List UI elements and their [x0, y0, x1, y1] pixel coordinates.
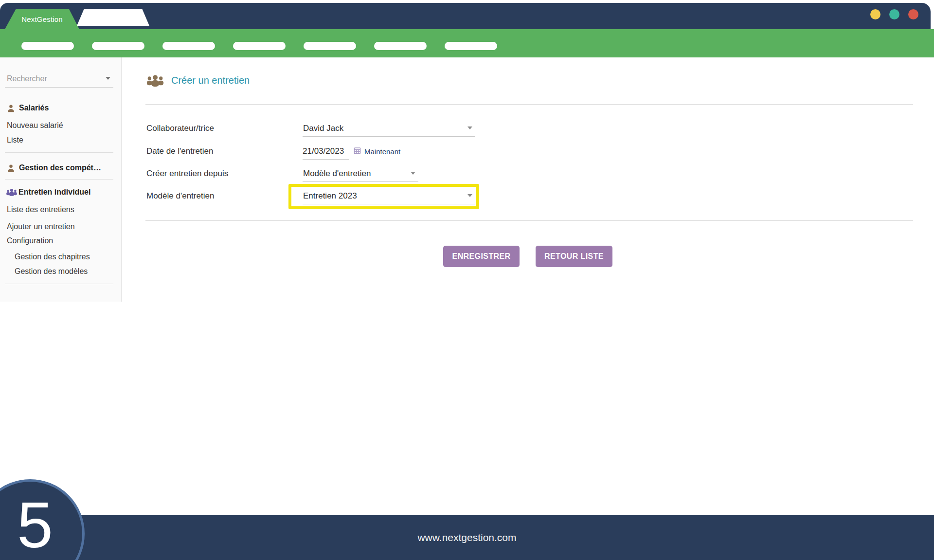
page-title: Créer un entretien — [146, 74, 250, 87]
chevron-down-icon — [411, 172, 415, 175]
window-dot-yellow[interactable] — [870, 9, 880, 19]
search-underline — [5, 87, 113, 88]
sidebar-item-nouveau-salarie[interactable]: Nouveau salarié — [7, 121, 114, 130]
person-icon — [7, 104, 15, 112]
nav-pill[interactable] — [21, 42, 74, 50]
sidebar: Rechercher Salariés Nouveau salarié List… — [0, 57, 122, 302]
sidebar-section-label: Salariés — [19, 104, 49, 112]
nav-pill[interactable] — [445, 42, 497, 50]
sidebar-item-ajouter-un-entretien[interactable]: Ajouter un entretien — [7, 222, 114, 232]
nav-pill[interactable] — [233, 42, 286, 50]
main-content: Créer un entretien Collaborateur/trice D… — [122, 57, 934, 515]
sidebar-section-label: Entretien individuel — [18, 188, 90, 197]
sidebar-item-liste-des-entretiens[interactable]: Liste des entretiens — [7, 205, 114, 215]
footer-url: www.nextgestion.com — [417, 532, 516, 543]
search-input[interactable]: Rechercher — [7, 74, 114, 84]
date-extra: Maintenant — [354, 147, 400, 156]
people-group-icon — [6, 188, 18, 196]
sidebar-item-gestion-des-modeles[interactable]: Gestion des modèles — [7, 267, 114, 276]
sidebar-item-gestion-des-chapitres[interactable]: Gestion des chapitres — [7, 252, 114, 262]
back-to-list-button[interactable]: RETOUR LISTE — [536, 246, 612, 267]
form-row-date: Date de l'entretien 21/03/2023 Maintenan… — [146, 146, 400, 160]
chevron-down-icon — [467, 194, 472, 197]
brand-label: NextGestion — [21, 15, 63, 23]
divider — [145, 220, 913, 221]
collaborator-label: Collaborateur/trice — [146, 123, 303, 133]
nav-pill-row — [21, 42, 497, 50]
nav-pill[interactable] — [92, 42, 144, 50]
chevron-down-icon[interactable] — [106, 77, 110, 80]
sidebar-section-competences: Gestion des compét… — [7, 163, 114, 172]
window-dot-red[interactable] — [908, 9, 918, 19]
create-from-select[interactable]: Modèle d'entretien — [303, 168, 418, 182]
date-label: Date de l'entretien — [146, 146, 303, 156]
form-row-collaborator: Collaborateur/trice David Jack — [146, 123, 475, 137]
form-row-create-from: Créer entretien depuis Modèle d'entretie… — [146, 168, 418, 182]
footer: www.nextgestion.com — [0, 515, 934, 560]
main-navbar — [0, 29, 934, 57]
template-label: Modèle d'entretien — [146, 191, 303, 201]
calendar-icon[interactable] — [354, 147, 361, 156]
window-dot-teal[interactable] — [889, 9, 899, 19]
sidebar-item-liste[interactable]: Liste — [7, 135, 114, 145]
nav-pill[interactable] — [374, 42, 427, 50]
step-number: 5 — [17, 493, 53, 558]
collaborator-select[interactable]: David Jack — [303, 123, 475, 137]
form-actions: ENREGISTRER RETOUR LISTE — [122, 246, 934, 267]
divider — [145, 104, 913, 105]
window-titlebar: NextGestion — [0, 3, 931, 29]
sidebar-section-entretien-individuel: Entretien individuel — [6, 188, 114, 197]
people-group-icon — [146, 74, 164, 87]
now-link[interactable]: Maintenant — [364, 147, 400, 156]
sidebar-section-label: Gestion des compét… — [19, 163, 101, 172]
page-title-text: Créer un entretien — [171, 75, 250, 86]
sidebar-divider — [5, 284, 113, 284]
form-row-template: Modèle d'entretien Entretien 2023 — [146, 191, 475, 204]
sidebar-item-configuration[interactable]: Configuration — [7, 236, 114, 246]
person-icon — [7, 164, 15, 172]
step-badge: 5 — [0, 479, 85, 560]
date-input[interactable]: 21/03/2023 — [303, 146, 349, 160]
chevron-down-icon — [467, 126, 472, 129]
brand-tab[interactable]: NextGestion — [5, 9, 79, 29]
template-value: Entretien 2023 — [303, 191, 357, 200]
nav-pill[interactable] — [304, 42, 356, 50]
create-from-value: Modèle d'entretien — [303, 169, 371, 178]
collaborator-value: David Jack — [303, 124, 343, 133]
sidebar-divider — [5, 152, 113, 153]
sidebar-section-salaries: Salariés — [7, 104, 114, 112]
nav-pill[interactable] — [162, 42, 215, 50]
template-select[interactable]: Entretien 2023 — [303, 191, 475, 204]
create-from-label: Créer entretien depuis — [146, 168, 303, 179]
secondary-tab[interactable] — [77, 9, 149, 26]
save-button[interactable]: ENREGISTRER — [443, 246, 520, 267]
sidebar-divider — [5, 179, 113, 180]
